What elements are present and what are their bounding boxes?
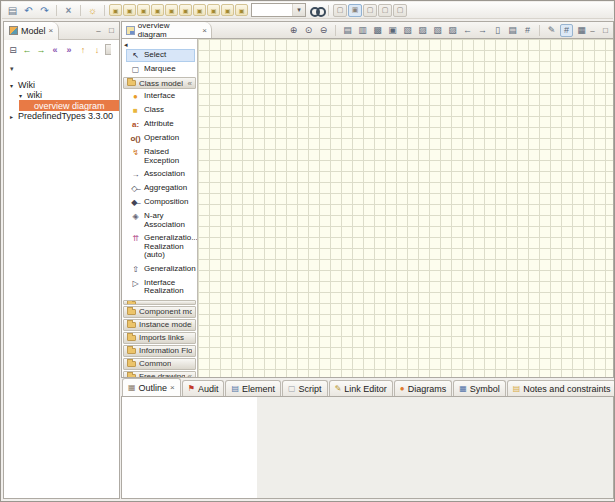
palette-tool-association[interactable]: → Association: [126, 168, 195, 181]
validate-icon[interactable]: ☼: [85, 3, 100, 17]
redo-icon[interactable]: ↷: [37, 3, 52, 17]
palette-tool-aggregation[interactable]: ◇– Aggregation: [126, 182, 195, 195]
delete-icon[interactable]: ×: [61, 3, 76, 17]
expand-arrow-icon[interactable]: ▸: [8, 113, 15, 120]
create-interface-icon[interactable]: ▣: [137, 4, 150, 16]
tab-element[interactable]: ▤ Element: [225, 380, 281, 396]
pin-icon[interactable]: «: [188, 79, 192, 88]
tab-model[interactable]: Model ×: [4, 22, 59, 40]
pin-icon[interactable]: «: [188, 372, 192, 377]
distribute-icon[interactable]: ▨: [446, 24, 459, 37]
align-horizontal-icon[interactable]: ▨: [416, 24, 429, 37]
previous-selection-icon[interactable]: «: [49, 44, 61, 56]
print-icon[interactable]: ▤: [341, 24, 354, 37]
expand-arrow-icon[interactable]: ▾: [17, 92, 24, 99]
column-layout-icon[interactable]: ▦: [575, 24, 588, 37]
undo-icon[interactable]: ↶: [21, 3, 36, 17]
create-operation-icon[interactable]: ▣: [193, 4, 206, 16]
tree-item-overview-diagram[interactable]: overview diagram: [19, 100, 119, 111]
palette-section-instance-model[interactable]: Instance model: [123, 319, 196, 331]
tab-overview-diagram[interactable]: overview diagram ×: [122, 22, 212, 38]
palette-tool-nary-association[interactable]: ◈ N-ary Association: [126, 210, 195, 231]
create-generalization-icon[interactable]: ▣: [221, 4, 234, 16]
align-vertical-icon[interactable]: ▧: [431, 24, 444, 37]
save-icon[interactable]: ▤: [5, 3, 20, 17]
palette-tool-generalization[interactable]: ⇧ Generalization: [126, 263, 195, 276]
maximize-icon[interactable]: □: [601, 26, 610, 35]
previous-diagram-icon[interactable]: ←: [461, 24, 474, 37]
move-up-icon[interactable]: ↑: [77, 44, 89, 56]
move-down-icon[interactable]: ↓: [91, 44, 103, 56]
diagram-list-icon[interactable]: ▢: [393, 4, 407, 17]
tab-symbol[interactable]: ▦ Symbol: [453, 380, 506, 396]
diagram-canvas[interactable]: [198, 39, 613, 377]
tab-diagrams[interactable]: ● Diagrams: [394, 380, 452, 396]
collapse-all-icon[interactable]: ⊟: [7, 44, 19, 56]
edit-mode-icon[interactable]: ✎: [545, 24, 558, 37]
create-datatype-icon[interactable]: ▣: [151, 4, 164, 16]
palette-tool-select[interactable]: ↖ Select: [126, 49, 195, 62]
back-icon[interactable]: ←: [21, 44, 33, 56]
tab-script[interactable]: ▢ Script: [282, 380, 328, 396]
tab-link-editor[interactable]: ✎ Link Editor: [329, 380, 393, 396]
page-layout-icon[interactable]: ▯: [491, 24, 504, 37]
palette-section-component-model[interactable]: Component mo...: [123, 306, 196, 318]
close-icon[interactable]: ×: [170, 383, 175, 392]
palette-section-common[interactable]: Common: [123, 358, 196, 370]
quick-search-combo[interactable]: ▾: [251, 3, 306, 17]
next-diagram-icon[interactable]: →: [476, 24, 489, 37]
zoom-actual-icon[interactable]: ⊙: [302, 24, 315, 37]
palette-tool-operation[interactable]: o() Operation: [126, 132, 195, 145]
development-view-icon[interactable]: ▢: [363, 4, 377, 17]
palette-tool-generalization-auto[interactable]: ⇈ Generalizatio... Realization (auto): [126, 232, 195, 262]
expand-arrow-icon[interactable]: ▾: [8, 82, 15, 89]
table-icon[interactable]: ▤: [506, 24, 519, 37]
forward-icon[interactable]: →: [35, 44, 47, 56]
palette-tool-interface-realization[interactable]: ▷ Interface Realization: [126, 277, 195, 298]
tree-item-wiki-project[interactable]: ▾ Wiki: [4, 80, 119, 90]
create-enumeration-icon[interactable]: ▣: [165, 4, 178, 16]
palette-tool-marquee[interactable]: ▢ Marquee: [126, 63, 195, 76]
palette-section-imports-links[interactable]: Imports links: [123, 332, 196, 344]
tree-item-wiki-package[interactable]: ▾ wiki: [4, 90, 119, 100]
palette-section-partial[interactable]: [123, 300, 196, 305]
minimize-icon[interactable]: –: [588, 26, 597, 35]
close-icon[interactable]: ×: [49, 26, 54, 35]
quick-search-input[interactable]: [252, 4, 292, 16]
workspace-icon[interactable]: ▢: [333, 4, 347, 17]
palette-section-free-drawing[interactable]: Free drawing «: [123, 371, 196, 378]
show-related-icon[interactable]: ▧: [401, 24, 414, 37]
palette-tool-composition[interactable]: ◆– Composition: [126, 196, 195, 209]
palette-collapse-icon[interactable]: ◂: [122, 40, 197, 49]
palette-tool-class[interactable]: ■ Class: [126, 104, 195, 117]
palette-section-information-flows[interactable]: Information Flo...: [123, 345, 196, 357]
create-attribute-icon[interactable]: ▣: [179, 4, 192, 16]
tab-notes-and-constraints[interactable]: ▤ Notes and constraints: [507, 380, 615, 396]
create-package-icon[interactable]: ▣: [109, 4, 122, 16]
modeling-view-icon[interactable]: ▣: [348, 4, 362, 17]
documentation-view-icon[interactable]: ▢: [378, 4, 392, 17]
close-icon[interactable]: ×: [202, 26, 207, 35]
combo-dropdown-icon[interactable]: ▾: [292, 4, 305, 16]
palette-tool-interface[interactable]: ● Interface: [126, 90, 195, 103]
tree-item-predefined-types[interactable]: ▸ PredefinedTypes 3.3.00: [4, 111, 119, 121]
zoom-in-icon[interactable]: ⊕: [287, 24, 300, 37]
create-class-icon[interactable]: ▣: [123, 4, 136, 16]
palette-section-class-model[interactable]: Class model «: [123, 77, 196, 89]
fit-to-content-icon[interactable]: ▣: [386, 24, 399, 37]
minimize-icon[interactable]: –: [94, 26, 103, 35]
next-selection-icon[interactable]: »: [63, 44, 75, 56]
snap-to-grid-icon[interactable]: #: [560, 24, 573, 37]
view-menu-icon[interactable]: ▾: [10, 65, 14, 72]
save-diagram-image-icon[interactable]: ▥: [356, 24, 369, 37]
tab-audit[interactable]: ⚑ Audit: [182, 380, 225, 396]
link-with-editor-icon[interactable]: [105, 44, 111, 56]
palette-tool-attribute[interactable]: a: Attribute: [126, 118, 195, 131]
search-binoculars-icon[interactable]: [309, 4, 324, 17]
create-association-icon[interactable]: ▣: [207, 4, 220, 16]
create-note-icon[interactable]: ▣: [235, 4, 248, 16]
grid-visibility-icon[interactable]: #: [521, 24, 534, 37]
palette-tool-raised-exception[interactable]: ↯ Raised Exception: [126, 146, 195, 167]
maximize-icon[interactable]: □: [107, 26, 116, 35]
tab-outline[interactable]: ▦ Outline ×: [122, 378, 181, 396]
